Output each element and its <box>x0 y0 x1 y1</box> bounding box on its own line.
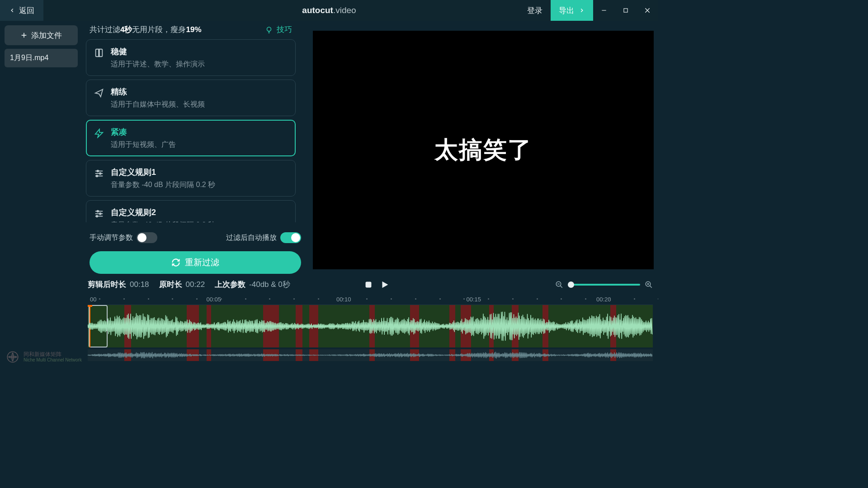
timeline-info: 剪辑后时长00:18 原时长00:22 上次参数-40db & 0秒 <box>88 277 653 294</box>
zoom-out-button[interactable] <box>555 281 563 289</box>
svg-point-13 <box>99 173 101 174</box>
preset-title: 自定义规则1 <box>111 167 215 178</box>
preset-desc: 适用于短视频、广告 <box>111 140 176 150</box>
tips-link[interactable]: 技巧 <box>265 24 292 35</box>
autoplay-toggle[interactable] <box>280 232 301 243</box>
zoom-slider[interactable] <box>568 284 640 286</box>
svg-marker-23 <box>382 281 388 288</box>
zoom-in-button[interactable] <box>645 281 653 289</box>
export-button[interactable]: 导出 <box>551 0 593 21</box>
svg-point-11 <box>97 170 99 172</box>
svg-line-28 <box>650 286 652 288</box>
preset-book[interactable]: 稳健 适用于讲述、教学、操作演示 <box>86 39 296 76</box>
sliders-icon <box>94 168 104 179</box>
preset-title: 自定义规则2 <box>111 207 215 218</box>
manual-toggle-label: 手动调节参数 <box>90 233 133 243</box>
timeline[interactable]: 0000:0500:1000:1500:20 <box>88 294 653 362</box>
preset-bolt[interactable]: 紧凑 适用于短视频、广告 <box>86 120 296 156</box>
svg-point-6 <box>267 27 271 31</box>
maximize-button[interactable] <box>615 0 637 21</box>
preset-desc: 音量参数 -40 dB 片段间隔 0.2 秒 <box>111 180 215 190</box>
minimize-button[interactable] <box>593 0 615 21</box>
bulb-icon <box>265 26 273 34</box>
book-icon <box>94 47 104 58</box>
back-button[interactable]: 返回 <box>0 0 43 21</box>
add-file-button[interactable]: 添加文件 <box>5 25 78 45</box>
filter-summary: 共计过滤4秒无用片段，瘦身19% 技巧 <box>86 21 305 39</box>
logo-icon <box>6 351 19 363</box>
preset-desc: 适用于讲述、教学、操作演示 <box>111 60 205 69</box>
preset-title: 紧凑 <box>111 127 176 137</box>
timeline-ruler: 0000:0500:1000:1500:20 <box>88 294 653 305</box>
overview-track[interactable] <box>88 349 653 361</box>
chevron-right-icon <box>579 7 585 14</box>
svg-point-15 <box>96 175 98 177</box>
titlebar: 返回 autocut.video 登录 导出 <box>0 0 658 21</box>
manual-toggle[interactable] <box>137 232 157 243</box>
preset-sliders[interactable]: 自定义规则1 音量参数 -40 dB 片段间隔 0.2 秒 <box>86 160 296 197</box>
preset-title: 稳健 <box>111 46 205 57</box>
preset-title: 精练 <box>111 86 205 97</box>
close-button[interactable] <box>637 0 658 21</box>
svg-point-19 <box>99 213 101 215</box>
send-icon <box>94 88 104 99</box>
svg-point-17 <box>97 211 99 212</box>
preset-send[interactable]: 精练 适用于自媒体中视频、长视频 <box>86 80 296 116</box>
svg-rect-22 <box>365 282 371 287</box>
bolt-icon <box>94 128 104 139</box>
stop-button[interactable] <box>363 280 373 290</box>
app-title: autocut.video <box>302 5 356 15</box>
watermark: 同和新媒体矩阵Niche Multi Channel Network <box>6 351 82 363</box>
svg-rect-1 <box>624 9 627 12</box>
preview-caption: 太搞笑了 <box>434 134 532 166</box>
preset-desc: 适用于自媒体中视频、长视频 <box>111 100 205 109</box>
sliders-icon <box>94 208 104 219</box>
preset-sliders[interactable]: 自定义规则2 音量参数 -40 dB 片段间隔 0.2 秒 <box>86 200 296 222</box>
back-label: 返回 <box>19 5 34 16</box>
preset-desc: 音量参数 -40 dB 片段间隔 0.2 秒 <box>111 221 215 222</box>
play-button[interactable] <box>380 280 390 290</box>
chevron-left-icon <box>9 7 15 14</box>
refilter-button[interactable]: 重新过滤 <box>90 251 301 274</box>
svg-marker-9 <box>95 129 103 137</box>
autoplay-toggle-label: 过滤后自动播放 <box>226 233 277 243</box>
plus-icon <box>20 32 28 39</box>
sidebar: 添加文件 1月9日.mp4 <box>0 21 82 369</box>
waveform-track[interactable] <box>88 305 653 347</box>
svg-point-21 <box>96 216 98 217</box>
svg-line-25 <box>560 286 562 288</box>
refresh-icon <box>171 258 180 267</box>
video-preview[interactable]: 太搞笑了 <box>313 31 654 269</box>
preset-list[interactable]: 稳健 适用于讲述、教学、操作演示 精练 适用于自媒体中视频、长视频 紧凑 适用于… <box>86 39 297 222</box>
login-button[interactable]: 登录 <box>519 0 551 21</box>
file-item[interactable]: 1月9日.mp4 <box>5 49 78 67</box>
